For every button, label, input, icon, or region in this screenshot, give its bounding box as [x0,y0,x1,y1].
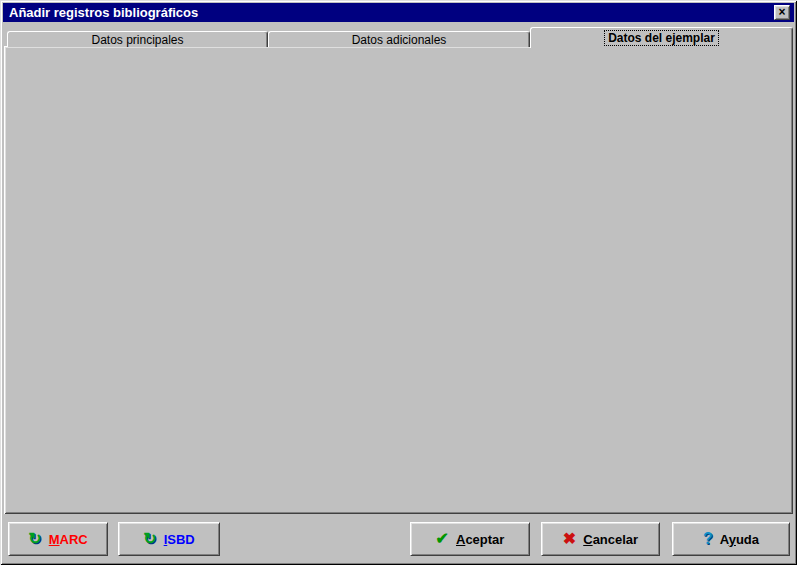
cancelar-button[interactable]: ✖ Cancelar [541,522,660,556]
tab-datos-principales[interactable]: Datos principales [7,31,268,47]
window-title: Añadir registros bibliográficos [9,5,198,20]
isbd-button-label: ISBD [164,532,195,547]
tab-page-datos-del-ejemplar [4,46,793,514]
close-icon: × [778,5,785,19]
marc-button-label: MARC [49,532,88,547]
aceptar-button-label: Aceptar [456,532,504,547]
tab-datos-del-ejemplar[interactable]: Datos del ejemplar [530,27,793,48]
cross-icon: ✖ [563,531,576,547]
check-icon: ✔ [436,531,449,547]
tab-label: Datos del ejemplar [605,31,718,45]
isbd-button[interactable]: ↻ ISBD [118,522,220,556]
title-bar: Añadir registros bibliográficos × [3,3,794,22]
ayuda-button-label: Ayuda [720,532,759,547]
help-icon: ? [703,531,713,547]
tab-datos-adicionales[interactable]: Datos adicionales [268,31,530,47]
cancelar-button-label: Cancelar [583,532,638,547]
close-button[interactable]: × [774,5,790,20]
marc-button[interactable]: ↻ MARC [8,522,108,556]
dialog-window: Añadir registros bibliográficos × Datos … [0,0,797,565]
ayuda-button[interactable]: ? Ayuda [672,522,790,556]
tab-label: Datos principales [91,33,183,47]
refresh-icon: ↻ [28,531,41,547]
tab-label: Datos adicionales [352,33,447,47]
aceptar-button[interactable]: ✔ Aceptar [410,522,530,556]
refresh-icon: ↻ [143,531,156,547]
